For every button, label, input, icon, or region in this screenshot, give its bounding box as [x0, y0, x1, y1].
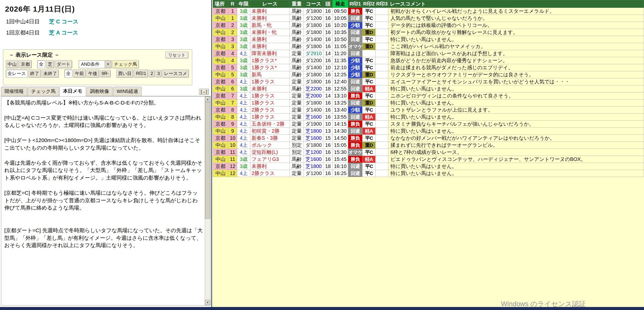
- col-header-0[interactable]: 場所: [213, 0, 228, 8]
- race-row-中山-7[interactable]: 中山74上1勝クラス定量ダ18001613:25回避重D特に買いたい馬はいません…: [213, 99, 644, 107]
- race-row-中山-3[interactable]: 中山33歳未勝利馬齢ダ18001611:05オマケ重Dここ2戦がハイレベル戦のヤ…: [213, 43, 644, 50]
- cell-start-time: 13:10: [333, 92, 348, 99]
- cell-rmark2: 平C: [363, 92, 376, 99]
- surface-turf-button[interactable]: 芝: [46, 60, 54, 68]
- col-header-1[interactable]: R: [228, 0, 237, 8]
- col-header-10[interactable]: R印3: [376, 0, 388, 8]
- cell-rmark3: [376, 156, 388, 163]
- col-header-2[interactable]: 年限: [237, 0, 250, 8]
- time-all-button[interactable]: 全: [64, 70, 72, 78]
- memo-textarea[interactable]: 【各競馬場の馬場レベル】※軽い方からS-A-B-C-D-E-Fの7分類。 [中山…: [1, 96, 204, 305]
- race-row-京都-9[interactable]: 京都94上五条坂特・2勝定量ダ19001014:15勝負平Cスタミナ勝負ならキー…: [213, 121, 644, 128]
- cell-course: ダ1200: [304, 170, 324, 177]
- rmark3-filter-button[interactable]: 3: [155, 70, 162, 77]
- cell-course: 芝1600: [304, 114, 324, 121]
- race-row-中山-9[interactable]: 中山94上初咲賞・2勝定量芝18001314:30回避軽A特に買いたい馬はいませ…: [213, 128, 644, 135]
- col-header-7[interactable]: 発走: [333, 0, 348, 8]
- surface-all-button[interactable]: 全: [37, 60, 45, 68]
- cell-race-number: 11: [228, 156, 237, 163]
- cell-rmark1: 回避: [348, 36, 363, 43]
- col-header-4[interactable]: 重量: [290, 0, 304, 8]
- cell-course: 芝1600: [304, 156, 324, 163]
- scroll-down-icon[interactable]: ▼: [205, 300, 210, 305]
- morning-button[interactable]: 午前: [73, 70, 86, 78]
- race-row-京都-6[interactable]: 京都64上1勝クラス定量ダ18001612:40回避平Cエイユーファイアーとサイ…: [213, 78, 644, 85]
- cell-heads: 16: [324, 170, 333, 177]
- cell-race-name: 新馬: [250, 71, 290, 78]
- col-header-5[interactable]: コース: [304, 0, 324, 8]
- bet-slip-button[interactable]: 買い目: [116, 70, 133, 78]
- race-row-京都-5[interactable]: 京都53歳1勝クラス*馬齢ダ14001012:10少額平C前走は揉まれる競馬がダ…: [213, 64, 644, 71]
- col-header-6[interactable]: 頭: [324, 0, 333, 8]
- race-comment-filter-button[interactable]: レースコメ: [162, 70, 189, 78]
- cell-rmark3: [376, 121, 388, 128]
- cell-rmark2: 軽A: [363, 114, 376, 121]
- check-horse-button[interactable]: チェック馬: [112, 60, 139, 68]
- chevron-down-icon[interactable]: ▼: [105, 61, 111, 68]
- cell-heads: 18: [324, 85, 333, 92]
- meeting-nakayama: 1回中山4日目 芝 C コース: [6, 18, 211, 25]
- tab-chokyo-eizo[interactable]: 調教映像: [87, 87, 113, 96]
- cell-rmark1: 少額: [348, 64, 363, 71]
- race-row-中山-11[interactable]: 中山113歳フェアリG3馬齢芝16001615:45勝負軽Aピエドゥラバンとヴィ…: [213, 156, 644, 163]
- cell-course: 芝2000: [304, 92, 324, 99]
- col-header-11[interactable]: レースコメント: [388, 0, 644, 8]
- cell-race-number: 6: [228, 85, 237, 92]
- cell-age: 4上: [237, 50, 250, 57]
- scroll-up-icon[interactable]: ▲: [205, 96, 210, 102]
- race-row-中山-12[interactable]: 中山124上2勝クラス定量ダ12001616:25回避平C特に買いたい馬はいませ…: [213, 170, 644, 177]
- from-9r-button[interactable]: 9R-: [100, 70, 111, 77]
- col-header-9[interactable]: R印2: [363, 0, 376, 8]
- scrollbar-thumb[interactable]: [205, 102, 210, 219]
- tab-overflow-button[interactable]: [→]: [199, 89, 209, 95]
- cell-venue: 京都: [213, 78, 228, 85]
- race-row-中山-5[interactable]: 中山53歳新馬馬齢ダ18001612:25少額重Dリクスダラーとホウオウファミリ…: [213, 71, 644, 78]
- unfinished-button[interactable]: 未終了: [42, 70, 59, 78]
- cell-weight: 定量: [290, 121, 304, 128]
- afternoon-button[interactable]: 午後: [87, 70, 99, 78]
- memo-scrollbar[interactable]: ▲ ▼: [205, 96, 210, 305]
- cell-rmark3: [376, 128, 388, 135]
- tab-check-uma[interactable]: チェック馬: [28, 87, 59, 96]
- venue-nakayama-button[interactable]: 中山: [6, 60, 18, 68]
- race-row-中山-2[interactable]: 中山23歳未勝利・牝馬齢ダ18001610:35回避重D初ダートの馬の取捨がかな…: [213, 29, 644, 36]
- finished-button[interactable]: 終了: [28, 70, 41, 78]
- reset-button[interactable]: リセット: [165, 52, 188, 58]
- race-row-京都-1[interactable]: 京都13歳未勝利馬齢ダ18001609:50勝負平C初戦がおそらくハイレベル戦だ…: [213, 8, 644, 15]
- race-row-中山-8[interactable]: 中山84上1勝クラス定量芝16001613:55回避軽A特に買いたい馬はいません…: [213, 114, 644, 121]
- all-races-button[interactable]: 全レース: [6, 70, 28, 78]
- cell-heads: 16: [324, 8, 333, 15]
- cell-heads: 14: [324, 92, 333, 99]
- cell-rmark1: 回避: [348, 170, 363, 177]
- tab-kaisai-joho[interactable]: 開催情報: [1, 87, 27, 96]
- tab-honjitsu-memo[interactable]: 本日メモ: [60, 86, 86, 96]
- race-row-京都-4[interactable]: 京都44上障害未勝利定量ダ29101411:20回避障害戦はよほど面白いレースが…: [213, 50, 644, 57]
- race-row-京都-3[interactable]: 京都33歳未勝利馬齢ダ14001610:50回避平C特に買いたい馬はいません。: [213, 36, 644, 43]
- cell-heads: 16: [324, 78, 333, 85]
- race-row-京都-2[interactable]: 京都23歳新馬・牝馬齢ダ18001610:20少額平Cデータ的には鉄板級の評価の…: [213, 22, 644, 29]
- condition-select[interactable]: AND条件 ▼: [79, 60, 111, 68]
- venue-kyoto-button[interactable]: 京都: [19, 60, 32, 68]
- race-row-中山-4[interactable]: 中山43歳1勝クラス*馬齢ダ12001611:35少額平C急坂がどうかだが前走内…: [213, 57, 644, 64]
- meeting-kyoto-course: 芝 A コース: [49, 29, 78, 36]
- race-row-京都-8[interactable]: 京都84上2勝クラス定量ダ14001613:40少額平Cユウトザレンとラファルが…: [213, 107, 644, 114]
- cell-race-comment: リクスダラーとホウオウファミリーがデータ的には良さそう。: [388, 71, 644, 78]
- col-header-3[interactable]: レース: [250, 0, 290, 8]
- rmark1-filter-button[interactable]: R印1: [134, 70, 148, 78]
- race-row-京都-10[interactable]: 京都104上新春S・3勝定量芝16001514:50勝負平Cなかなかの好メンバー…: [213, 135, 644, 142]
- race-row-中山-10[interactable]: 中山104上ポルック別定ダ18001615:05勝負重D揉まれずに先行できればテ…: [213, 142, 644, 149]
- cell-race-number: 3: [228, 43, 237, 50]
- surface-dirt-button[interactable]: ダート: [55, 60, 72, 68]
- race-row-京都-12[interactable]: 京都123歳未勝利馬齢芝18001816:10回避平C特に買いたい馬はいません。: [213, 163, 644, 170]
- race-row-京都-11[interactable]: 京都114上淀短距離(L)別定芝12001615:30オマケ平C6枠と7枠の成績…: [213, 149, 644, 156]
- col-header-8[interactable]: R印1: [348, 0, 363, 8]
- race-row-中山-1[interactable]: 中山13歳未勝利馬齢ダ12001610:05回避平C人気の馬たちで堅いんじゃない…: [213, 15, 644, 22]
- cell-race-comment: 6枠と7枠の成績が良いレース。: [388, 149, 644, 156]
- cell-start-time: 12:10: [333, 64, 348, 71]
- race-row-中山-6[interactable]: 中山63歳未勝利馬齢芝22001812:55回避軽A特に買いたい馬はいません。: [213, 85, 644, 92]
- race-row-京都-7[interactable]: 京都74上1勝クラス定量芝20001413:10勝負平Cニホンピロデヴィンはこの…: [213, 92, 644, 99]
- tab-win5-keika[interactable]: WIN5経過: [113, 87, 142, 96]
- rmark2-filter-button[interactable]: 2: [149, 70, 155, 77]
- cell-age: 3歳: [237, 85, 250, 92]
- cell-rmark1: 勝負: [348, 8, 363, 15]
